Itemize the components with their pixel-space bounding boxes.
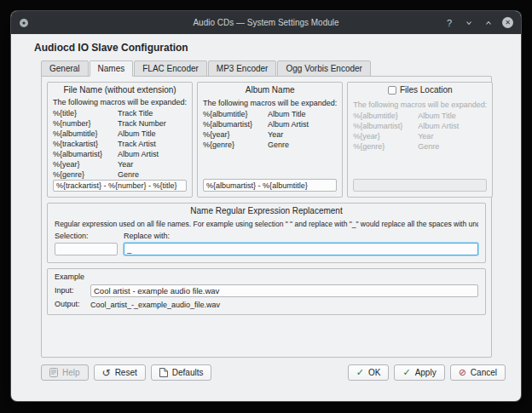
macro-desc: Album Title (268, 109, 337, 119)
help-button[interactable]: Help (41, 364, 89, 381)
macro-row: %{albumartist}Album Artist (53, 149, 187, 159)
album-name-format-input[interactable] (203, 179, 337, 192)
example-title: Example (55, 272, 478, 282)
macro-name: %{genre} (53, 169, 118, 180)
album-name-group-title: Album Name (203, 85, 337, 95)
macro-name: %{genre} (353, 141, 418, 152)
example-input-field[interactable] (90, 284, 478, 297)
titlebar-buttons: ? ✕ (443, 16, 513, 30)
macro-desc: Album Artist (268, 119, 337, 129)
album-name-macro-table: %{albumtitle}Album Title %{albumartist}A… (203, 109, 337, 179)
macro-name: %{albumtitle} (203, 109, 268, 119)
close-icon[interactable]: ✕ (502, 17, 513, 28)
macro-groups-row: File Name (without extension) The follow… (47, 82, 486, 198)
reset-icon: ↺ (102, 368, 111, 378)
tab-names[interactable]: Names (90, 60, 134, 77)
tab-flac-encoder[interactable]: FLAC Encoder (134, 60, 207, 77)
macro-desc: Genre (418, 141, 487, 152)
names-tab-panel: File Name (without extension) The follow… (41, 76, 492, 358)
help-icon (49, 368, 58, 377)
footer-left-buttons: Help ↺ Reset Defaults (41, 364, 211, 381)
macro-desc: Genre (118, 169, 187, 180)
defaults-icon (159, 368, 168, 377)
audio-cd-app-icon (19, 18, 29, 28)
macro-desc: Track Number (118, 118, 187, 129)
macro-desc: Year (118, 159, 187, 169)
files-location-format-input[interactable] (353, 179, 487, 192)
macro-desc: Album Title (118, 129, 187, 139)
files-location-group-title: Files Location (353, 85, 487, 97)
macro-row: %{genre}Genre (53, 169, 187, 180)
macro-row: %{number}Track Number (53, 118, 187, 129)
macro-desc: Track Title (118, 108, 187, 118)
file-name-format-input[interactable] (53, 180, 187, 192)
titlebar-help-button[interactable]: ? (443, 16, 455, 30)
album-name-macros-intro: The following macros will be expanded: (203, 98, 337, 108)
example-output-row: Output: Cool_artist_-_example_audio_file… (55, 300, 478, 309)
files-location-disabled-content: The following macros will be expanded: %… (353, 100, 487, 192)
macro-row: %{year}Year (53, 159, 187, 169)
maximize-icon[interactable] (483, 16, 494, 30)
macro-row: %{title}Track Title (53, 108, 187, 118)
macro-desc: Year (418, 131, 487, 141)
files-location-checkbox-label: Files Location (400, 85, 453, 95)
tab-ogg-vorbis-encoder[interactable]: Ogg Vorbis Encoder (277, 60, 371, 77)
apply-button-label: Apply (415, 368, 437, 377)
selection-input[interactable] (55, 243, 118, 255)
defaults-button-label: Defaults (172, 368, 204, 377)
file-name-macros-intro: The following macros will be expanded: (53, 97, 187, 106)
reset-button[interactable]: ↺ Reset (94, 364, 146, 381)
example-input-row: Input: (55, 284, 478, 297)
album-name-groupbox: Album Name The following macros will be … (197, 82, 343, 198)
macro-name: %{year} (203, 129, 268, 140)
cancel-button[interactable]: ⊘ Cancel (450, 364, 506, 381)
settings-window: Audio CDs — System Settings Module ? ✕ A… (11, 11, 521, 401)
macro-name: %{year} (53, 159, 118, 169)
tab-general[interactable]: General (41, 60, 89, 77)
minimize-icon[interactable] (463, 16, 475, 30)
file-name-groupbox: File Name (without extension) The follow… (47, 82, 193, 198)
tab-mp3-encoder[interactable]: MP3 Encoder (208, 60, 277, 77)
files-location-macro-table: %{albumtitle}Album Title %{albumartist}A… (353, 111, 487, 179)
macro-name: %{albumtitle} (353, 111, 418, 121)
example-output-label: Output: (55, 300, 85, 309)
cancel-icon: ⊘ (459, 368, 466, 377)
macro-row: %{albumartist}Album Artist (203, 119, 337, 129)
macro-row: %{genre}Genre (203, 140, 337, 150)
example-output-value: Cool_artist_-_example_audio_file.wav (90, 301, 220, 309)
macro-row: %{year}Year (203, 129, 337, 140)
defaults-button[interactable]: Defaults (151, 364, 212, 381)
files-location-macros-intro: The following macros will be expanded: (353, 100, 487, 110)
macro-name: %{albumartist} (203, 119, 268, 129)
macro-desc: Album Title (418, 111, 487, 121)
macro-desc: Album Artist (118, 149, 187, 159)
macro-desc: Track Artist (118, 139, 187, 149)
selection-label: Selection: (55, 232, 118, 241)
reset-button-label: Reset (115, 368, 137, 377)
apply-check-icon: ✓ (402, 368, 410, 377)
macro-row: %{albumtitle}Album Title (53, 129, 187, 139)
regex-replacement-groupbox: Name Regular Expression Replacement Regu… (47, 203, 486, 263)
regex-description: Regular expression used on all file name… (55, 219, 478, 229)
example-frame: Example Input: Output: Cool_artist_-_exa… (47, 268, 486, 315)
macro-row: %{trackartist}Track Artist (53, 139, 187, 149)
macro-row: %{albumtitle}Album Title (353, 111, 487, 121)
files-location-groupbox: Files Location The following macros will… (347, 82, 493, 198)
ok-button-label: OK (368, 368, 380, 377)
tab-bar: General Names FLAC Encoder MP3 Encoder O… (41, 60, 521, 77)
macro-name: %{number} (53, 118, 118, 129)
files-location-checkbox[interactable] (388, 86, 396, 95)
footer-right-buttons: ✓ OK ✓ Apply ⊘ Cancel (348, 364, 506, 381)
window-content: Audiocd IO Slave Configuration General N… (11, 34, 521, 401)
macro-row: %{genre}Genre (353, 141, 487, 152)
help-button-label: Help (62, 368, 80, 377)
macro-name: %{albumartist} (353, 121, 418, 131)
macro-row: %{albumtitle}Album Title (203, 109, 337, 119)
apply-button[interactable]: ✓ Apply (394, 364, 444, 381)
macro-row: %{year}Year (353, 131, 487, 141)
replace-with-input[interactable] (124, 243, 478, 255)
macro-name: %{title} (53, 108, 118, 118)
ok-button[interactable]: ✓ OK (348, 364, 390, 381)
file-name-group-title: File Name (without extension) (53, 85, 187, 95)
macro-desc: Year (268, 129, 337, 140)
